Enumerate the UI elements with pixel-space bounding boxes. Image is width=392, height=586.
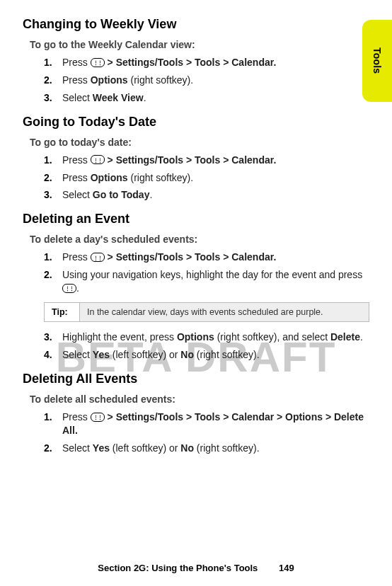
text: . [76,282,79,294]
step-body: Press > Settings/Tools > Tools > Calenda… [62,56,369,69]
list-item: 1. Press > Settings/Tools > Tools > Cale… [44,251,369,264]
step-number: 1. [44,410,55,437]
list-item: 3. Select Go to Today. [44,188,369,202]
lead-today: To go to today's date: [30,137,369,148]
text: Press [62,411,91,423]
step-body: Press > Settings/Tools > Tools > Calenda… [62,154,369,167]
steps-weekly: 1. Press > Settings/Tools > Tools > Cale… [44,56,369,105]
page-content: Changing to Weekly View To go to the Wee… [0,0,392,454]
steps-deleting-event-b: 3. Highlight the event, press Options (r… [44,331,369,362]
heading-deleting-all: Deleting All Events [23,372,369,386]
step-number: 3. [44,331,55,344]
text: No [180,442,194,454]
text: . [149,189,152,200]
step-body: Press Options (right softkey). [62,74,369,87]
text: . [144,92,146,103]
step-number: 1. [44,251,55,264]
text: Using your navigation keys, highlight th… [62,269,362,280]
list-item: 3. Highlight the event, press Options (r… [44,331,369,344]
menu-key-icon [62,284,76,293]
text: Press [62,172,91,183]
step-number: 2. [44,171,55,185]
text: Select [62,349,93,360]
lead-weekly: To go to the Weekly Calendar view: [30,39,369,50]
heading-deleting-event: Deleting an Event [23,212,369,226]
menu-key-icon [91,155,105,164]
tip-text: In the calendar view, days with events s… [80,303,369,321]
text: (right softkey). [194,349,260,360]
list-item: 2. Select Yes (left softkey) or No (righ… [44,442,369,455]
menu-key-icon [91,253,105,262]
text: Week View [93,92,144,103]
tip-label: Tip: [45,303,80,321]
text: No [180,349,194,360]
text: Select [62,442,93,454]
list-item: 1. Press > Settings/Tools > Tools > Cale… [44,154,369,167]
list-item: 4. Select Yes (left softkey) or No (righ… [44,348,369,362]
step-body: Select Go to Today. [62,188,369,202]
text: Options [91,172,128,183]
step-number: 3. [44,91,55,105]
list-item: 2. Press Options (right softkey). [44,171,369,185]
list-item: 2. Press Options (right softkey). [44,74,369,87]
text: Select [62,92,93,103]
step-number: 3. [44,188,55,202]
page-footer: Section 2G: Using the Phone's Tools 149 [0,563,392,573]
step-body: Select Week View. [62,91,369,105]
text: (right softkey). [128,74,194,86]
list-item: 2. Using your navigation keys, highlight… [44,268,369,295]
breadcrumb: > Settings/Tools > Tools > Calendar. [105,154,277,166]
text: Press [62,154,91,166]
step-number: 2. [44,442,55,455]
text: (left softkey) or [110,442,180,454]
step-body: Press > Settings/Tools > Tools > Calenda… [62,410,369,437]
step-number: 1. [44,154,55,167]
breadcrumb: > Settings/Tools > Tools > Calendar. [105,251,277,263]
text: Go to Today [93,189,150,200]
text: . [360,331,363,343]
text: Press [62,251,91,263]
text: Press [62,74,91,86]
step-body: Select Yes (left softkey) or No (right s… [62,442,369,455]
lead-deleting-all: To delete all scheduled events: [30,393,369,405]
breadcrumb: > Settings/Tools > Tools > Calendar > Op… [62,411,364,436]
text: Yes [93,442,110,454]
list-item: 3. Select Week View. [44,91,369,105]
menu-key-icon [91,58,105,67]
text: Delete [330,331,360,343]
steps-deleting-all: 1. Press > Settings/Tools > Tools > Cale… [44,410,369,455]
footer-text: Section 2G: Using the Phone's Tools [98,563,258,573]
text: (left softkey) or [110,349,180,360]
breadcrumb: > Settings/Tools > Tools > Calendar. [105,57,277,68]
text: (right softkey), and select [214,331,330,343]
heading-today: Going to Today's Date [23,115,369,130]
text: Press [62,57,91,68]
text: (right softkey). [194,442,260,454]
menu-key-icon [91,413,105,422]
text: Select [62,189,93,200]
step-body: Select Yes (left softkey) or No (right s… [62,348,369,362]
step-number: 1. [44,56,55,69]
step-body: Highlight the event, press Options (righ… [62,331,369,344]
list-item: 1. Press > Settings/Tools > Tools > Cale… [44,410,369,437]
text: Yes [93,349,110,360]
tip-box: Tip: In the calendar view, days with eve… [44,302,369,322]
heading-weekly: Changing to Weekly View [23,17,369,32]
text: Options [177,331,214,343]
step-body: Press > Settings/Tools > Tools > Calenda… [62,251,369,264]
step-body: Using your navigation keys, highlight th… [62,268,369,295]
page-number: 149 [279,563,294,573]
lead-deleting-event: To delete a day's scheduled events: [30,234,369,245]
step-number: 2. [44,74,55,87]
steps-deleting-event-a: 1. Press > Settings/Tools > Tools > Cale… [44,251,369,295]
step-number: 4. [44,348,55,362]
text: Highlight the event, press [62,331,177,343]
list-item: 1. Press > Settings/Tools > Tools > Cale… [44,56,369,69]
step-number: 2. [44,268,55,295]
text: Options [91,74,128,86]
text: (right softkey). [128,172,194,183]
steps-today: 1. Press > Settings/Tools > Tools > Cale… [44,154,369,202]
step-body: Press Options (right softkey). [62,171,369,185]
